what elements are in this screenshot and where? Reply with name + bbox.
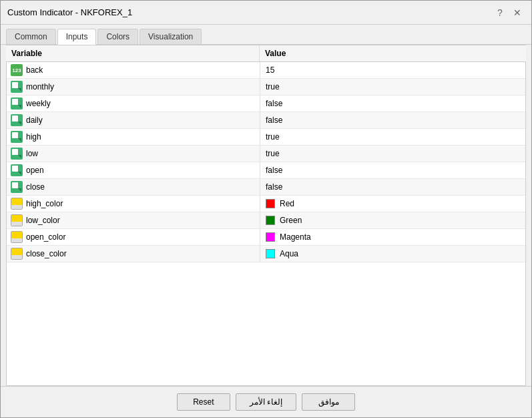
cell-variable-low: low: [7, 146, 260, 162]
table-row[interactable]: monthlytrue: [7, 79, 525, 95]
cell-variable-daily: daily: [7, 112, 260, 128]
value-text: Aqua: [280, 249, 298, 258]
cell-variable-weekly: weekly: [7, 95, 260, 112]
variable-name: monthly: [26, 82, 54, 91]
variable-name: open_color: [26, 232, 65, 242]
color-swatch: [266, 199, 275, 208]
table-row[interactable]: open_colorMagenta: [7, 229, 525, 246]
icon-boolean: [11, 81, 23, 93]
table-row[interactable]: lowtrue: [7, 146, 525, 162]
variable-name: open: [26, 166, 44, 175]
cell-variable-open: open: [7, 162, 260, 178]
value-text: false: [266, 99, 282, 108]
table-header: Variable Value: [6, 45, 526, 62]
value-text: true: [266, 82, 280, 91]
table-row[interactable]: closefalse: [7, 179, 525, 196]
help-button[interactable]: ?: [493, 5, 507, 20]
cell-value-high: true: [260, 129, 525, 145]
icon-color: [11, 248, 23, 260]
icon-boolean: [11, 97, 23, 110]
icon-boolean: [11, 181, 23, 193]
content-area: Variable Value 123back15monthlytrueweekl…: [6, 45, 526, 386]
value-text: Red: [280, 199, 294, 208]
column-header-value: Value: [260, 45, 526, 61]
value-text: false: [266, 166, 282, 175]
icon-boolean: [11, 148, 23, 160]
variable-name: close: [26, 182, 45, 192]
cell-value-close_color: Aqua: [260, 246, 525, 262]
color-swatch: [266, 216, 275, 225]
cell-value-weekly: false: [260, 95, 525, 112]
cell-value-low_color: Green: [260, 212, 525, 228]
icon-boolean: [11, 164, 23, 176]
cell-variable-close: close: [7, 179, 260, 195]
icon-boolean: [11, 114, 23, 126]
variable-name: low: [26, 149, 38, 158]
value-text: Green: [280, 216, 302, 225]
cell-variable-high_color: high_color: [7, 196, 260, 212]
cell-value-back: 15: [260, 62, 525, 78]
variable-name: high_color: [26, 199, 63, 208]
cell-variable-back: 123back: [7, 62, 260, 78]
value-text: false: [266, 116, 282, 125]
table-row[interactable]: close_colorAqua: [7, 246, 525, 262]
icon-boolean: [11, 131, 23, 143]
table-row[interactable]: openfalse: [7, 162, 525, 179]
cell-value-high_color: Red: [260, 196, 525, 212]
table-body: 123back15monthlytrueweeklyfalsedailyfals…: [6, 62, 526, 386]
reset-button[interactable]: Reset: [177, 393, 230, 411]
footer: Reset إلغاء الأمر موافق: [1, 386, 531, 417]
value-text: Magenta: [280, 232, 311, 242]
variable-name: close_color: [26, 249, 67, 258]
cell-value-monthly: true: [260, 79, 525, 95]
variable-name: weekly: [26, 99, 51, 108]
tab-colors[interactable]: Colors: [97, 29, 138, 44]
cell-value-low: true: [260, 146, 525, 162]
cell-variable-low_color: low_color: [7, 212, 260, 228]
dialog-title: Custom Indicator - NKFOREX_1: [7, 7, 132, 17]
value-text: true: [266, 149, 280, 158]
cell-variable-close_color: close_color: [7, 246, 260, 262]
tab-bar: Common Inputs Colors Visualization: [1, 25, 531, 45]
table-row[interactable]: weeklyfalse: [7, 95, 525, 112]
icon-color: [11, 214, 23, 226]
cell-value-open: false: [260, 162, 525, 178]
tab-visualization[interactable]: Visualization: [140, 29, 202, 44]
cell-variable-open_color: open_color: [7, 229, 260, 245]
ok-button[interactable]: موافق: [302, 393, 355, 411]
table-row[interactable]: low_colorGreen: [7, 212, 525, 229]
variable-name: high: [26, 132, 41, 142]
table-row[interactable]: high_colorRed: [7, 196, 525, 212]
cell-value-open_color: Magenta: [260, 229, 525, 245]
column-header-variable: Variable: [6, 45, 260, 61]
variable-name: daily: [26, 116, 43, 125]
tab-common[interactable]: Common: [6, 29, 56, 44]
value-text: 15: [266, 65, 274, 75]
cell-value-daily: false: [260, 112, 525, 128]
color-swatch: [266, 249, 275, 258]
table-row[interactable]: 123back15: [7, 62, 525, 79]
table-row[interactable]: hightrue: [7, 129, 525, 146]
table-row[interactable]: dailyfalse: [7, 112, 525, 129]
close-button[interactable]: ✕: [510, 5, 525, 20]
cell-variable-monthly: monthly: [7, 79, 260, 95]
variable-name: back: [26, 65, 43, 75]
color-swatch: [266, 232, 275, 242]
cancel-button[interactable]: إلغاء الأمر: [236, 393, 296, 411]
dialog: Custom Indicator - NKFOREX_1 ? ✕ Common …: [0, 0, 532, 418]
value-text: false: [266, 182, 282, 192]
icon-color: [11, 231, 23, 243]
variable-name: low_color: [26, 216, 60, 225]
value-text: true: [266, 132, 280, 142]
cell-value-close: false: [260, 179, 525, 195]
cell-variable-high: high: [7, 129, 260, 145]
icon-integer: 123: [11, 64, 23, 76]
title-bar: Custom Indicator - NKFOREX_1 ? ✕: [1, 1, 531, 25]
icon-color: [11, 198, 23, 210]
title-bar-controls: ? ✕: [493, 5, 525, 20]
tab-inputs[interactable]: Inputs: [57, 29, 97, 45]
